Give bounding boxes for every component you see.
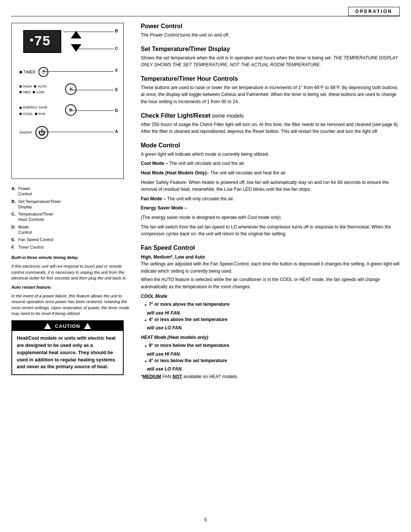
- bullet-dot-4: •: [145, 358, 147, 365]
- caution-box: CAUTION Heat/Cool models or units with e…: [11, 320, 124, 375]
- heat-mode-body: The unit will circulate and heat the air…: [210, 170, 287, 176]
- auto-restart-body: In the event of a power failure, this fe…: [11, 293, 129, 317]
- auto-restart-title: Auto restart feature:: [11, 284, 129, 290]
- legend-letter-e: E.: [11, 237, 18, 242]
- auto-label: AUTO: [38, 84, 47, 89]
- legend-item-d: D. Mode Control: [11, 224, 124, 235]
- bullet4: • 4° or less below the set temperature: [145, 358, 400, 365]
- fan-labels: HIGH AUTO MED LOW: [19, 84, 47, 94]
- display-dot: [30, 38, 33, 42]
- line-d: [72, 110, 114, 111]
- bullet1-italic: will use HI FAN.: [147, 310, 400, 316]
- temp-timer-title: Temperature/Timer Hour Controls: [141, 75, 400, 82]
- cool-mode-para: Cool Mode – The unit will circulate and …: [141, 160, 400, 167]
- caution-body: Heat/Cool models or units with electric …: [12, 331, 123, 374]
- legend-item-f: F. Timer Control: [11, 244, 124, 250]
- energy-row: ENERGY SAVE COOL FAN ❄: [19, 105, 48, 117]
- page-number: 5: [204, 517, 207, 522]
- energy-labels: ENERGY SAVE COOL FAN: [19, 105, 48, 117]
- legend-letter-d: D.: [11, 224, 18, 230]
- fan-mode-para: Fan Mode – The unit will only circulate …: [141, 195, 400, 203]
- legend-text-f: Timer Control: [18, 244, 124, 250]
- bullet3-italic: will use HI FAN.: [147, 351, 400, 358]
- caution-triangle-right: [84, 323, 91, 329]
- bullet2: • 4° or less above the set temperature: [145, 316, 400, 324]
- right-content: Power Control The Power Control turns th…: [141, 23, 400, 380]
- legend-item-b: B. Set Temperature/Timer Display: [11, 199, 124, 210]
- unplug-note: If this electronic unit will not respond…: [11, 264, 129, 281]
- med-label: MED: [23, 90, 31, 95]
- bullet-dot-1: •: [145, 301, 147, 309]
- heater-safety-para: Heater Safety Feature- When heater is po…: [141, 179, 400, 193]
- fan-speed-title: Fan Speed Control: [141, 244, 400, 251]
- cool-mode-label: Cool Mode –: [141, 161, 168, 166]
- label-f: F: [115, 68, 118, 73]
- operation-header: OPERATION: [348, 7, 400, 16]
- bullet1-bold: 7° or more above the set temperature: [149, 302, 229, 307]
- high-label: HIGH: [23, 84, 32, 89]
- power-icon: ⏻: [35, 126, 48, 139]
- line-b: [63, 32, 114, 32]
- timer-icon: ⏱: [38, 67, 48, 77]
- legend-item-a: A. Power Control: [11, 186, 124, 197]
- mode-control-body1: A green light will indicate which mode i…: [141, 151, 400, 158]
- cool-label: COOL: [23, 112, 33, 117]
- control-diagram: 75 B C TIMER ⏱ F HIGH: [11, 23, 124, 179]
- legend-letter-c: C.: [11, 211, 18, 217]
- legend-letter-a: A.: [11, 186, 18, 191]
- legend: A. Power Control B. Set Temperature/Time…: [11, 183, 124, 255]
- temp-timer-body: These buttons are used to raise or lower…: [141, 84, 400, 105]
- line-e: [72, 90, 114, 90]
- legend-text-c: Temperature/Timer Hour Controls: [18, 211, 124, 222]
- high-med-label-para: High, Medium*, Low and Auto: [141, 254, 400, 261]
- fan-icon: ✳: [65, 83, 76, 95]
- heat-mode-italic: HEAT Mode (Heat models only): [141, 334, 400, 341]
- set-temp-title: Set Temperature/Timer Display: [141, 46, 400, 53]
- check-filter-body: After 250 hours of usage the Check Filte…: [141, 121, 400, 135]
- header-title: OPERATION: [355, 9, 392, 14]
- cool-mode-body: The unit will circulate and cool the air…: [169, 161, 245, 166]
- label-d: D: [115, 108, 118, 113]
- caution-label: CAUTION: [55, 323, 80, 329]
- bullet3: • 9° or more below the set temperature: [145, 342, 400, 350]
- left-panel: 75 B C TIMER ⏱ F HIGH: [11, 23, 129, 375]
- cool-mode-italic: COOL Mode: [141, 293, 400, 300]
- fan-mode-label: Fan Mode –: [141, 196, 166, 201]
- timer-row: TIMER ⏱: [19, 67, 48, 77]
- set-temp-body: Shows the set temperature when the unit …: [141, 54, 400, 69]
- bullet2-italic: will use LO FAN.: [147, 325, 400, 331]
- low-label: LOW: [37, 90, 45, 95]
- display-value: 75: [34, 34, 50, 50]
- line-a: [38, 132, 114, 132]
- timer-dot: [19, 71, 22, 73]
- energy-icon: ❄: [65, 104, 76, 116]
- line-f: [42, 71, 114, 72]
- legend-letter-f: F.: [11, 244, 18, 250]
- energy-body2: The fan will switch from the set fan spe…: [141, 224, 400, 238]
- power-row: ON/OFF ⏻: [19, 126, 48, 139]
- check-filter-title: Check Filter Light/Reset some models: [141, 112, 400, 119]
- power-control-title: Power Control: [141, 23, 400, 30]
- energy-save-label: ENERGY SAVE: [23, 105, 48, 110]
- on-off-label: ON/OFF: [19, 131, 32, 134]
- legend-text-e: Fan Speed Control: [18, 237, 124, 242]
- fan-label: FAN: [39, 112, 46, 117]
- fan-mode-body: The unit will only circulate the air.: [167, 196, 234, 201]
- legend-text-d: Mode Control: [18, 224, 124, 235]
- bullet1: • 7° or more above the set temperature: [145, 301, 400, 309]
- heat-mode-label: Heat Mode (Heat Models Only)–: [141, 170, 209, 176]
- line-c: [78, 49, 114, 49]
- legend-text-a: Power Control: [18, 186, 124, 197]
- high-med-label: High, Medium*, Low and Auto: [141, 254, 205, 260]
- fan-row: HIGH AUTO MED LOW ✳: [19, 84, 47, 94]
- legend-item-e: E. Fan Speed Control: [11, 237, 124, 242]
- bullet4-italic: will use LO FAN.: [147, 366, 400, 372]
- caution-triangle-left: [44, 323, 51, 329]
- high-med-body: The settings are adjusted with the Fan S…: [141, 260, 400, 275]
- caution-header: CAUTION: [12, 321, 123, 331]
- bullet3-bold: 9° or more below the set temperature: [149, 343, 229, 348]
- timer-label: TIMER: [24, 70, 35, 74]
- mode-control-title: Mode Control: [141, 142, 400, 149]
- energy-label: Energy Saver Mode –: [141, 205, 187, 211]
- bullet2-bold: 4° or less above the set temperature: [149, 317, 227, 322]
